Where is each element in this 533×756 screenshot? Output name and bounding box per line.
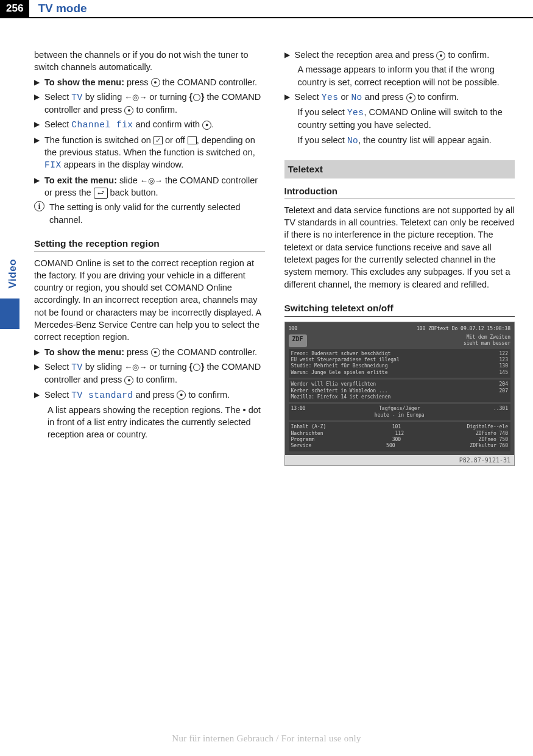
bullet-icon: ▶: [34, 390, 40, 401]
page-info: 100 ZDFtext Do 09.07.12 15:08:38: [417, 326, 510, 332]
teletext-block-2: Werder will Elia verpflichten204 Kerber …: [289, 380, 511, 402]
option-yes: Yes: [322, 93, 339, 102]
bullet-icon: ▶: [34, 362, 40, 386]
content-columns: between the channels or if you do not wi…: [0, 49, 533, 466]
teletext-intro: Teletext and data service functions are …: [284, 204, 515, 291]
info-note: i The setting is only valid for the curr…: [34, 201, 265, 226]
step-body: To show the menu: press ● the COMAND con…: [44, 346, 265, 358]
intro-text: between the channels or if you do not wi…: [34, 49, 265, 74]
step-tv-standard: ▶ Select TV standard and press ● to conf…: [34, 389, 265, 401]
bullet-icon: ▶: [34, 77, 40, 88]
press-icon: ●: [151, 78, 160, 87]
checkbox-off-icon: [188, 136, 197, 144]
side-tab-block: [0, 299, 19, 329]
step-label: To exit the menu:: [44, 175, 117, 185]
slide-icon: ←◎→: [140, 175, 163, 186]
image-caption: P82.87-9121-31: [285, 455, 515, 465]
step-region-select-tv: ▶ Select TV by sliding ←◎→ or turning {}…: [34, 361, 265, 386]
step-select-area: ▶ Select the reception area and press ● …: [284, 49, 515, 61]
left-column: between the channels or if you do not wi…: [34, 49, 265, 466]
step-body: Select TV standard and press ● to confir…: [44, 389, 265, 401]
step-continuation: A list appears showing the reception reg…: [48, 404, 265, 441]
option-yes: Yes: [347, 108, 364, 118]
region-paragraph: COMAND Online is set to the correct rece…: [34, 257, 265, 344]
header-title: TV mode: [29, 0, 533, 17]
option-no: No: [351, 93, 362, 102]
step-body: Select Yes or No and press ● to confirm.: [295, 91, 515, 104]
footer-watermark: Nur für internen Gebrauch / For internal…: [0, 732, 533, 745]
yes-result: If you select Yes, COMAND Online will sw…: [298, 106, 515, 132]
step-yes-no: ▶ Select Yes or No and press ● to confir…: [284, 91, 515, 104]
bullet-icon: ▶: [34, 135, 40, 172]
heading-teletext: Teletext: [284, 160, 515, 178]
slide-icon: ←◎→: [124, 362, 147, 373]
menu-tv: TV: [71, 362, 82, 372]
teletext-block-1: Freon: Budensart schwer beschädigt122 EU…: [289, 349, 511, 378]
step-continuation: A message appears to inform you that if …: [298, 63, 515, 88]
zdf-logo: ZDF: [289, 334, 307, 347]
heading-switch-teletext: Switching teletext on/off: [284, 302, 515, 317]
bullet-icon: ▶: [34, 347, 40, 358]
press-icon: ●: [177, 390, 186, 400]
fix-label: FIX: [44, 160, 62, 170]
right-column: ▶ Select the reception area and press ● …: [284, 49, 515, 466]
page-number: 256: [0, 0, 29, 17]
press-icon: ●: [202, 121, 211, 130]
teletext-block-4: Inhalt (A-Z)101Digitalfe--ele Nachrichte…: [289, 422, 511, 451]
step-body: To exit the menu: slide ←◎→ the COMAND c…: [44, 174, 265, 199]
press-icon: ●: [151, 348, 160, 357]
bullet-icon: ▶: [284, 92, 290, 104]
option-no: No: [347, 136, 358, 146]
teletext-block-3: 13:00Tagfgeis/Jäger..301 heute - in Euro…: [289, 404, 511, 420]
menu-tv-standard: TV standard: [71, 390, 133, 400]
info-text: The setting is only valid for the curren…: [49, 201, 265, 226]
checkbox-on-icon: ✓: [154, 136, 163, 144]
step-exit-menu: ▶ To exit the menu: slide ←◎→ the COMAND…: [34, 174, 265, 199]
step-body: Select TV by sliding ←◎→ or turning {} t…: [44, 361, 265, 386]
teletext-topbar: 100 100 ZDFtext Do 09.07.12 15:08:38: [289, 326, 511, 332]
bullet-icon: ▶: [34, 92, 40, 116]
step-body: To show the menu: press ● the COMAND con…: [44, 76, 265, 88]
back-button-icon: ⮐: [94, 188, 108, 198]
press-icon: ●: [124, 376, 133, 385]
press-icon: ●: [124, 106, 133, 115]
bullet-icon: ▶: [284, 50, 290, 61]
teletext-logo-row: ZDF Mit dem Zweiten sieht man besser: [289, 334, 511, 347]
turn-icon: {}: [189, 361, 205, 373]
press-icon: ●: [406, 93, 415, 102]
step-select-tv: ▶ Select TV by sliding ←◎→ or turning {}…: [34, 91, 265, 116]
turn-icon: {}: [189, 91, 205, 104]
side-tab-label: Video: [5, 259, 20, 288]
step-function-switch: ▶ The function is switched on ✓ or off ,…: [34, 134, 265, 172]
teletext-screenshot: 100 100 ZDFtext Do 09.07.12 15:08:38 ZDF…: [284, 322, 515, 466]
press-icon: ●: [436, 51, 445, 60]
step-label: To show the menu:: [44, 77, 124, 87]
step-body: Select the reception area and press ● to…: [295, 49, 515, 61]
step-label: To show the menu:: [44, 347, 124, 357]
bullet-icon: ▶: [34, 175, 40, 199]
step-body: Select TV by sliding ←◎→ or turning {} t…: [44, 91, 265, 116]
page-header: 256 TV mode: [0, 0, 533, 18]
menu-channel-fix: Channel fix: [71, 120, 133, 130]
heading-introduction: Introduction: [284, 185, 515, 199]
step-body: The function is switched on ✓ or off , d…: [44, 134, 265, 172]
page-num: 100: [289, 326, 297, 332]
menu-tv: TV: [71, 93, 82, 102]
step-show-menu: ▶ To show the menu: press ● the COMAND c…: [34, 76, 265, 88]
heading-reception-region: Setting the reception region: [34, 237, 265, 252]
slide-icon: ←◎→: [124, 92, 147, 103]
bullet-icon: ▶: [34, 119, 40, 131]
no-result: If you select No, the country list will …: [298, 134, 515, 147]
step-channel-fix: ▶ Select Channel fix and confirm with ●.: [34, 118, 265, 131]
step-region-show-menu: ▶ To show the menu: press ● the COMAND c…: [34, 346, 265, 358]
info-icon: i: [34, 201, 44, 211]
step-body: Select Channel fix and confirm with ●.: [44, 118, 265, 131]
